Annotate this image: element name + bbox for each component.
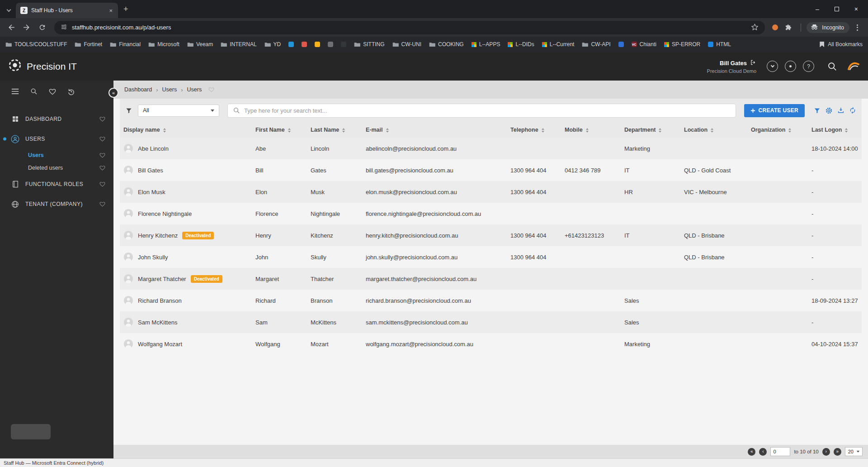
history-icon[interactable] <box>67 88 75 95</box>
page-favorite-heart-icon[interactable] <box>208 87 214 92</box>
bookmark-item[interactable]: L--DIDs <box>508 41 534 48</box>
back-icon[interactable] <box>5 21 18 34</box>
column-header-display-name[interactable]: Display name <box>120 122 252 138</box>
forward-icon[interactable] <box>20 21 33 34</box>
bookmark-item[interactable] <box>341 42 346 47</box>
help-circle-icon[interactable]: ? <box>803 61 814 72</box>
settings-gear-icon[interactable] <box>825 107 833 114</box>
header-search-icon[interactable] <box>827 62 837 71</box>
sidebar-item-dashboard[interactable]: DASHBOARD <box>0 109 113 129</box>
bookmark-item[interactable]: HTML <box>708 41 731 48</box>
sidebar-collapse-button[interactable]: « <box>108 88 118 98</box>
reload-icon[interactable] <box>35 21 49 34</box>
tab-close-icon[interactable]: × <box>108 7 113 14</box>
first-page-icon[interactable]: « <box>748 448 755 456</box>
hamburger-menu-icon[interactable] <box>11 88 19 95</box>
page-size-select[interactable]: 20 <box>845 447 863 456</box>
column-header-telephone[interactable]: Telephone <box>507 122 561 138</box>
logout-icon[interactable] <box>750 59 756 67</box>
bookmark-item[interactable]: YD <box>264 41 281 48</box>
bookmark-item[interactable] <box>328 42 333 47</box>
table-row[interactable]: Bill GatesBillGatesbill.gates@precisionc… <box>120 159 862 181</box>
window-close-button[interactable]: × <box>854 5 858 13</box>
column-header-organization[interactable]: Organization <box>747 122 808 138</box>
table-row[interactable]: Florence NightingaleFlorenceNightingalef… <box>120 203 862 224</box>
table-row[interactable]: Sam McKittensSamMcKittenssam.mckittens@p… <box>120 311 862 333</box>
page-number-input[interactable] <box>770 447 790 456</box>
table-row[interactable]: Margaret ThatcherDeactivatedMargaretThat… <box>120 268 862 290</box>
sidebar-subitem-deleted-users[interactable]: Deleted users <box>0 162 113 174</box>
table-row[interactable]: Abe LincolnAbeLincolnabelincoln@precisio… <box>120 138 862 159</box>
bookmark-item[interactable]: SITTING <box>354 41 384 48</box>
maximize-button[interactable] <box>835 7 839 11</box>
browser-menu-icon[interactable] <box>851 24 863 31</box>
all-bookmarks-button[interactable]: All Bookmarks <box>820 41 863 48</box>
sidebar-search-icon[interactable] <box>30 88 38 95</box>
breadcrumb-item[interactable]: Users <box>187 86 202 93</box>
favorite-heart-icon[interactable] <box>99 136 105 142</box>
address-bar[interactable]: staffhub.precisionit.com.au/p/ad-users <box>54 21 765 34</box>
favorite-heart-icon[interactable] <box>99 165 105 171</box>
favorite-heart-icon[interactable] <box>99 152 105 158</box>
filter-select[interactable]: All <box>138 105 219 117</box>
column-header-e-mail[interactable]: E-mail <box>362 122 507 138</box>
bookmark-item[interactable]: Microsoft <box>148 41 179 48</box>
filter-icon[interactable] <box>814 107 821 114</box>
favorite-heart-icon[interactable] <box>99 181 105 187</box>
sidebar-subitem-users[interactable]: Users <box>0 149 113 162</box>
app-logo[interactable]: Precision IT <box>8 58 77 74</box>
pinned-extension-icon[interactable] <box>772 24 778 30</box>
bookmark-item[interactable] <box>315 42 320 47</box>
last-page-icon[interactable]: » <box>834 448 841 456</box>
bookmark-item[interactable]: SP-ERROR <box>664 41 700 48</box>
bookmark-item[interactable]: VCChianti <box>632 41 656 48</box>
url-text[interactable]: staffhub.precisionit.com.au/p/ad-users <box>72 24 746 31</box>
previous-page-icon[interactable]: ‹ <box>759 448 767 456</box>
bookmark-item[interactable]: INTERNAL <box>221 41 256 48</box>
table-row[interactable]: John SkullyJohnSkullyjohn.skully@precisi… <box>120 246 862 268</box>
bookmark-item[interactable]: CW-API <box>582 41 610 48</box>
bookmark-item[interactable]: Financial <box>110 41 141 48</box>
favorites-heart-icon[interactable] <box>49 88 56 95</box>
refresh-icon[interactable] <box>849 107 856 114</box>
bookmark-item[interactable]: TOOLS/COOLSTUFF <box>5 41 67 48</box>
column-header-last-name[interactable]: Last Name <box>307 122 362 138</box>
search-input[interactable] <box>244 107 731 114</box>
bookmark-item[interactable] <box>302 42 307 47</box>
table-row[interactable]: Henry KitchenzDeactivatedHenryKitchenzhe… <box>120 224 862 246</box>
extensions-puzzle-icon[interactable] <box>782 21 795 34</box>
create-user-button[interactable]: CREATE USER <box>744 104 805 117</box>
tab-search-icon[interactable] <box>7 5 10 13</box>
table-row[interactable]: Elon MuskElonMuskelon.musk@precisionclou… <box>120 181 862 203</box>
bookmark-item[interactable]: CW-UNI <box>392 41 421 48</box>
bookmark-item[interactable]: L--Current <box>542 41 575 48</box>
minimize-button[interactable]: – <box>816 5 819 13</box>
column-header-last-logon[interactable]: Last Logon <box>808 122 862 138</box>
new-tab-button[interactable]: + <box>123 5 128 14</box>
site-info-icon[interactable] <box>61 24 67 32</box>
bookmark-item[interactable]: COOKING <box>429 41 464 48</box>
sidebar-item-tenant[interactable]: TENANT (COMPANY) <box>0 194 113 214</box>
table-row[interactable]: Wolfgang MozartWolfgangMozartwolfgang.mo… <box>120 333 862 355</box>
table-row[interactable]: Richard BransonRichardBransonrichard.bra… <box>120 290 862 311</box>
column-header-location[interactable]: Location <box>680 122 747 138</box>
bookmark-item[interactable]: Veeam <box>187 41 213 48</box>
browser-tab[interactable]: Z Staff Hub - Users × <box>16 3 118 18</box>
favorite-heart-icon[interactable] <box>99 116 105 122</box>
column-header-first-name[interactable]: First Name <box>252 122 307 138</box>
sidebar-item-users[interactable]: USERS <box>0 129 113 149</box>
status-circle-icon[interactable] <box>785 61 796 72</box>
download-icon[interactable] <box>837 107 844 114</box>
bookmark-star-icon[interactable] <box>751 23 759 32</box>
sidebar-item-functional-roles[interactable]: FUNCTIONAL ROLES <box>0 174 113 194</box>
next-page-icon[interactable]: › <box>822 448 830 456</box>
bookmark-item[interactable] <box>618 42 624 47</box>
breadcrumb-item[interactable]: Users <box>162 86 177 93</box>
column-header-mobile[interactable]: Mobile <box>561 122 621 138</box>
bookmark-item[interactable] <box>288 42 294 47</box>
filter-funnel-icon[interactable] <box>125 107 132 114</box>
chevron-down-circle-icon[interactable] <box>767 61 778 72</box>
bookmark-item[interactable]: Fortinet <box>75 41 102 48</box>
favorite-heart-icon[interactable] <box>99 201 105 207</box>
bookmark-item[interactable]: L--APPS <box>472 41 500 48</box>
